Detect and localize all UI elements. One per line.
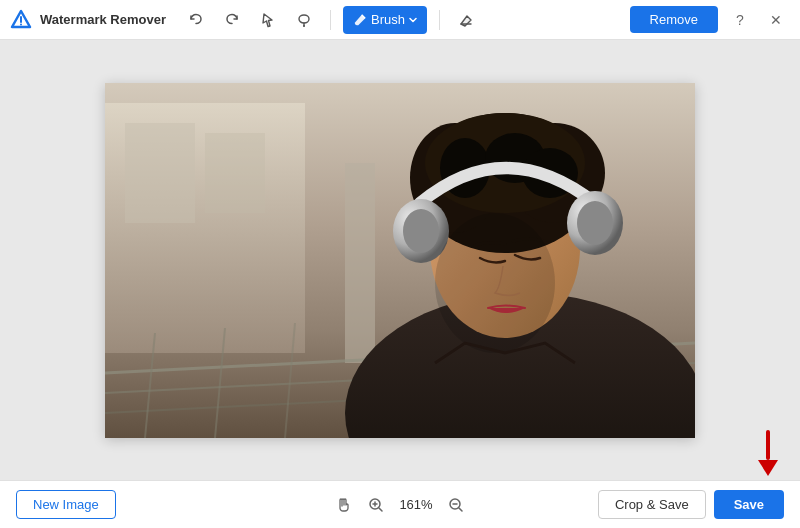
help-icon: ? <box>736 12 744 28</box>
svg-point-3 <box>299 15 309 23</box>
svg-point-4 <box>303 25 305 27</box>
selection-tool-button[interactable] <box>254 6 282 34</box>
svg-line-35 <box>379 508 382 511</box>
zoom-level: 161% <box>396 497 436 512</box>
svg-rect-10 <box>205 133 265 213</box>
zoom-in-button[interactable] <box>364 493 388 517</box>
save-button[interactable]: Save <box>714 490 784 519</box>
right-actions: Crop & Save Save <box>598 490 784 519</box>
lasso-tool-button[interactable] <box>290 6 318 34</box>
zoom-controls: 161% <box>332 493 468 517</box>
brush-tool-button[interactable]: Brush <box>343 6 427 34</box>
svg-point-2 <box>20 23 22 25</box>
toolbar-separator-2 <box>439 10 440 30</box>
brush-label: Brush <box>371 12 405 27</box>
image-container[interactable] <box>105 83 695 438</box>
svg-rect-11 <box>345 163 375 363</box>
bottom-bar: New Image 161% <box>0 480 800 528</box>
svg-point-31 <box>435 213 555 353</box>
close-button[interactable]: ✕ <box>762 6 790 34</box>
app-title: Watermark Remover <box>40 12 166 27</box>
svg-point-28 <box>403 209 439 253</box>
canvas-area[interactable] <box>0 40 800 480</box>
crop-save-button[interactable]: Crop & Save <box>598 490 706 519</box>
svg-point-30 <box>577 201 613 245</box>
new-image-button[interactable]: New Image <box>16 490 116 519</box>
svg-line-38 <box>459 508 462 511</box>
undo-button[interactable] <box>182 6 210 34</box>
remove-button[interactable]: Remove <box>630 6 718 33</box>
eraser-tool-button[interactable] <box>452 6 480 34</box>
close-icon: ✕ <box>770 12 782 28</box>
toolbar-separator <box>330 10 331 30</box>
zoom-out-button[interactable] <box>444 493 468 517</box>
svg-rect-9 <box>125 123 195 223</box>
main-image[interactable] <box>105 83 695 438</box>
redo-button[interactable] <box>218 6 246 34</box>
app-logo-icon <box>10 9 32 31</box>
title-bar: Watermark Remover Brush <box>0 0 800 40</box>
hand-tool-button[interactable] <box>332 493 356 517</box>
help-button[interactable]: ? <box>726 6 754 34</box>
